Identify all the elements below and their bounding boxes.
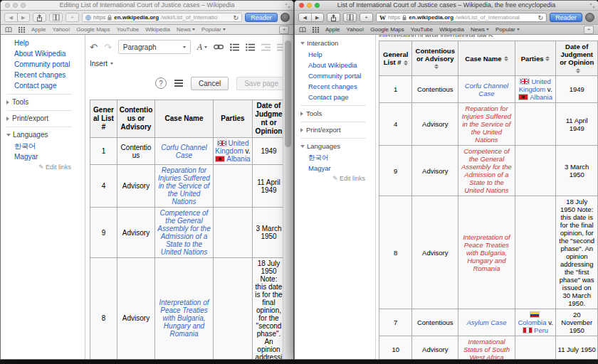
cancel-button[interactable]: Cancel bbox=[191, 77, 229, 90]
party-link[interactable]: Albania bbox=[226, 155, 250, 163]
editor-surface[interactable]: ↶ ↷ Paragraph A bbox=[85, 35, 293, 360]
cases-table-editor[interactable]: General List #Contentious or AdvisoryCas… bbox=[90, 100, 290, 360]
top-sites-grid-icon[interactable] bbox=[19, 27, 25, 33]
minimize-button[interactable] bbox=[13, 3, 18, 8]
cell-general-list-no[interactable]: 1 bbox=[90, 138, 117, 165]
sidebar-item-magyar[interactable]: Magyar bbox=[14, 153, 81, 161]
party-link[interactable]: Albania bbox=[530, 93, 552, 101]
cell-case-name[interactable]: Competence of the General Assembly for t… bbox=[155, 208, 214, 258]
zoom-button[interactable] bbox=[315, 3, 320, 8]
url-field[interactable]: https en.wikipedia.org /wiki/List_of_Int… bbox=[82, 13, 242, 22]
sidebar-item-한국어[interactable]: 한국어 bbox=[14, 142, 81, 151]
downloads-button[interactable] bbox=[585, 13, 594, 22]
share-button[interactable] bbox=[33, 13, 46, 22]
close-button[interactable] bbox=[5, 3, 10, 8]
minimize-button[interactable] bbox=[307, 3, 312, 8]
reading-list-button[interactable] bbox=[49, 13, 63, 22]
bookmark-item-news[interactable]: News bbox=[471, 26, 489, 33]
save-page-button[interactable]: Save page bbox=[236, 77, 286, 90]
bookmark-item-google-maps[interactable]: Google Maps bbox=[370, 26, 404, 33]
sidebar-section-languages[interactable]: Languages bbox=[300, 142, 375, 151]
new-tab-button[interactable]: + bbox=[65, 13, 79, 22]
cell-general-list-no[interactable]: 9 bbox=[90, 208, 117, 258]
case-link[interactable]: Competence of the General Assembly for t… bbox=[461, 147, 512, 194]
cell-case-name[interactable]: Corfu Channel Case bbox=[155, 138, 214, 165]
cell-case-type[interactable]: Advisory bbox=[117, 208, 155, 258]
sidebar-section-tools[interactable]: Tools bbox=[6, 98, 81, 107]
fullscreen-icon[interactable] bbox=[589, 3, 595, 9]
share-button[interactable] bbox=[327, 13, 340, 22]
sidebar-item-contact-page[interactable]: Contact page bbox=[14, 82, 81, 90]
sidebar-section-tools[interactable]: Tools bbox=[300, 109, 375, 118]
reader-button[interactable]: Reader bbox=[245, 13, 278, 22]
cell-date[interactable]: 3 March 1950 bbox=[253, 208, 285, 258]
redo-icon[interactable]: ↷ bbox=[104, 42, 112, 53]
sort-arrows-icon[interactable] bbox=[434, 64, 439, 69]
cell-date[interactable]: 18 July 1950 Note: this date is for the … bbox=[253, 258, 285, 360]
paragraph-dropdown[interactable]: Paragraph bbox=[118, 40, 191, 54]
reload-icon[interactable]: ↻ bbox=[537, 14, 543, 21]
new-tab-button[interactable]: + bbox=[360, 13, 373, 22]
scrollbar-thumb[interactable] bbox=[285, 41, 291, 147]
outdent-icon[interactable] bbox=[261, 43, 271, 51]
case-link[interactable]: Competence of the General Assembly for t… bbox=[157, 209, 210, 256]
bookmark-item-wikipedia[interactable]: Wikipedia bbox=[145, 26, 170, 33]
forward-button[interactable]: ▶ bbox=[312, 14, 324, 21]
cell-parties[interactable]: United Kingdom v. Albania bbox=[214, 138, 253, 165]
text-style-dropdown[interactable]: A bbox=[197, 42, 207, 53]
back-button[interactable]: ◀ bbox=[5, 14, 17, 21]
cell-parties[interactable] bbox=[214, 165, 253, 208]
back-button[interactable]: ◀ bbox=[299, 14, 311, 21]
sort-arrows-icon[interactable] bbox=[545, 56, 550, 61]
zoom-button[interactable] bbox=[21, 3, 26, 8]
fullscreen-icon[interactable] bbox=[285, 3, 290, 9]
downloads-button[interactable] bbox=[280, 13, 290, 22]
cell-case-type[interactable]: Advisory bbox=[117, 165, 155, 208]
cell-general-list-no[interactable]: 4 bbox=[90, 165, 117, 208]
sidebar-section-interaction[interactable]: Interaction bbox=[300, 39, 375, 48]
bookmark-add-button[interactable]: + bbox=[584, 26, 594, 34]
title-bar[interactable]: Editing List of International Court of J… bbox=[1, 1, 293, 11]
bookmark-item-yahoo[interactable]: Yahoo! bbox=[346, 26, 364, 33]
sidebar-item-community-portal[interactable]: Community portal bbox=[14, 60, 81, 69]
bullet-list-icon[interactable] bbox=[230, 43, 239, 51]
top-sites-grid-icon[interactable] bbox=[313, 27, 319, 33]
case-link[interactable]: Corfu Channel Case bbox=[161, 144, 206, 159]
bookmark-item-popular[interactable]: Popular bbox=[495, 26, 520, 33]
numbered-list-icon[interactable] bbox=[246, 43, 255, 51]
bookmark-item-google-maps[interactable]: Google Maps bbox=[76, 26, 110, 33]
cell-date[interactable]: 1949 bbox=[253, 138, 285, 165]
bookmarks-book-icon[interactable] bbox=[299, 27, 306, 33]
cell-case-type[interactable]: Advisory bbox=[117, 258, 155, 360]
case-link[interactable]: Asylum Case bbox=[466, 318, 506, 326]
close-button[interactable] bbox=[299, 3, 304, 8]
column-header-case-name[interactable]: Case Name bbox=[458, 41, 515, 76]
sort-arrows-icon[interactable] bbox=[404, 60, 408, 65]
cell-parties[interactable] bbox=[214, 208, 253, 258]
case-link[interactable]: International Status of South West Afric… bbox=[463, 338, 510, 360]
bookmark-item-popular[interactable]: Popular bbox=[201, 26, 226, 33]
title-bar[interactable]: List of International Court of Justice c… bbox=[295, 1, 598, 11]
sidebar-section-languages[interactable]: Languages bbox=[6, 131, 81, 139]
cell-case-name[interactable]: Interpretation of Peace Treaties with Bu… bbox=[155, 258, 214, 360]
sidebar-item-recent-changes[interactable]: Recent changes bbox=[308, 82, 375, 91]
sort-arrows-icon[interactable] bbox=[504, 56, 508, 61]
bookmark-item-news[interactable]: News bbox=[177, 26, 195, 33]
sort-arrows-icon[interactable] bbox=[576, 68, 580, 73]
scrollbar[interactable] bbox=[283, 35, 293, 360]
sidebar-item-community-portal[interactable]: Community portal bbox=[308, 72, 375, 80]
party-link[interactable]: Peru bbox=[534, 326, 548, 334]
bookmarks-book-icon[interactable] bbox=[5, 27, 12, 33]
sidebar-item-contact-page[interactable]: Contact page bbox=[308, 93, 375, 102]
case-link[interactable]: Corfu Channel Case bbox=[465, 82, 508, 97]
bookmark-item-youtube[interactable]: YouTube bbox=[411, 26, 433, 33]
sidebar-section-print-export[interactable]: Print/export bbox=[6, 114, 81, 123]
help-button[interactable]: ? bbox=[155, 77, 167, 89]
page-options-icon[interactable] bbox=[174, 80, 183, 87]
sidebar-item-about-wikipedia[interactable]: About Wikipedia bbox=[308, 61, 375, 70]
sidebar-item-help[interactable]: Help bbox=[14, 39, 81, 48]
sidebar-section-print-export[interactable]: Print/export bbox=[300, 126, 375, 134]
case-link[interactable]: Interpretation of Peace Treaties with Bu… bbox=[463, 233, 510, 272]
column-header-general-list[interactable]: General List # bbox=[379, 41, 412, 76]
party-link[interactable]: Colombia bbox=[518, 318, 546, 326]
